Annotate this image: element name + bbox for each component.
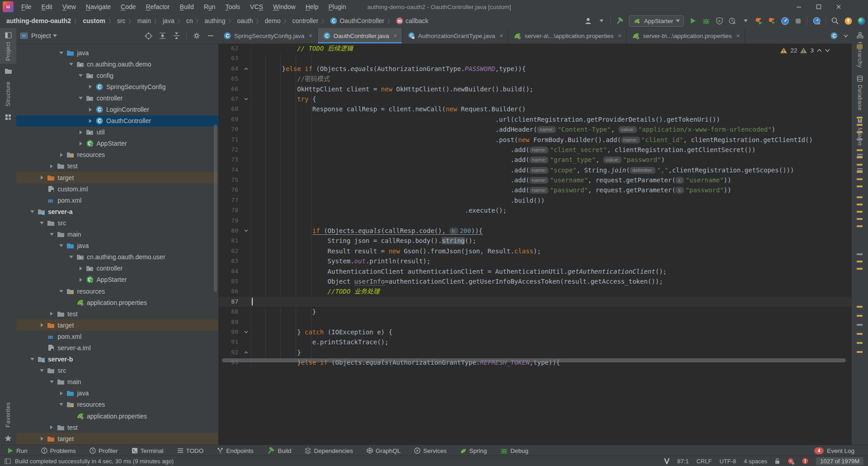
locate-file-icon[interactable] [144, 32, 152, 40]
code-line-62[interactable]: 62 // TODO 后续逻辑 [218, 43, 852, 53]
tree-chevron-icon[interactable] [37, 323, 47, 327]
warning-stripe-mark[interactable] [857, 124, 863, 126]
caret-position[interactable]: 87:1 [677, 458, 689, 465]
breadcrumb-item[interactable]: cn [186, 17, 193, 24]
project-panel-title[interactable]: Project [31, 32, 51, 39]
tree-chevron-icon[interactable] [37, 437, 47, 441]
code-line-78[interactable]: 78 .execute(); [218, 205, 852, 215]
stripe-star[interactable] [0, 431, 16, 445]
breadcrumb-item[interactable]: oauth [237, 17, 253, 24]
tab-close-icon[interactable]: ✕ [308, 33, 312, 39]
fold-marker-icon[interactable] [241, 64, 251, 74]
warning-stripe-mark[interactable] [857, 157, 863, 158]
fold-marker-icon[interactable] [241, 347, 251, 357]
tree-row-custom-iml[interactable]: custom.iml [16, 183, 218, 195]
menu-edit[interactable]: Edit [38, 2, 57, 12]
code-line-82[interactable]: 82 Result result = new Gson().fromJson(j… [218, 246, 852, 256]
code-line-70[interactable]: 70 .addHeader(name:"Content-Type", value… [218, 124, 852, 134]
breadcrumb-item[interactable]: authing [205, 17, 226, 24]
tree-chevron-icon[interactable] [66, 256, 76, 258]
tab-close-icon[interactable]: ✕ [393, 33, 397, 39]
tree-chevron-icon[interactable] [27, 358, 37, 361]
code-line-79[interactable]: 79 [218, 216, 852, 226]
tree-chevron-icon[interactable] [57, 52, 66, 54]
tree-row-cn-authing-oauth-demo[interactable]: cn.authing.oauth.demo [16, 58, 218, 70]
tree-chevron-icon[interactable] [85, 85, 95, 89]
tree-row-java[interactable]: java [16, 388, 218, 399]
status-message[interactable]: Build completed successfully in 4 sec, 3… [15, 458, 174, 465]
toolwindow-button-terminal[interactable]: Terminal [132, 447, 164, 455]
hot-swap-icon[interactable] [768, 17, 776, 25]
tree-row-target[interactable]: target [16, 319, 218, 331]
tree-row-appstarter[interactable]: CAppStarter [16, 138, 218, 149]
fold-marker-icon[interactable] [241, 94, 251, 104]
code-line-83[interactable]: 83 System.out.println(result); [218, 256, 852, 266]
inspections-widget[interactable]: 22 3 [780, 47, 830, 54]
code-line-90[interactable]: 90 } catch (IOException e) { [218, 327, 852, 337]
menu-plugin[interactable]: Plugin [325, 2, 350, 12]
tree-chevron-icon[interactable] [37, 176, 47, 180]
menu-window[interactable]: Window [269, 2, 300, 12]
tree-chevron-icon[interactable] [76, 278, 86, 282]
debug-bug-icon[interactable] [702, 17, 710, 25]
tree-chevron-icon[interactable] [85, 108, 95, 112]
toolwindow-button-endpoints[interactable]: Endpoints [217, 447, 253, 455]
code-editor[interactable]: 62 // TODO 后续逻辑6364 }else if (Objects.eq… [218, 43, 852, 445]
tree-chevron-icon[interactable] [47, 312, 57, 316]
tree-chevron-icon[interactable] [57, 153, 66, 157]
code-line-89[interactable]: 89 [218, 317, 852, 327]
menu-help[interactable]: Help [302, 2, 323, 12]
run-with-coverage-icon[interactable] [715, 17, 723, 25]
code-line-73[interactable]: 73 .add(name:"grant_type", value:"passwo… [218, 155, 852, 165]
hot-reload-icon[interactable] [755, 17, 763, 25]
tree-row-resources[interactable]: resources [16, 399, 218, 410]
stripe-blocks[interactable] [0, 110, 16, 124]
tabs-list-chevron-icon[interactable] [844, 34, 848, 38]
warning-stripe-mark[interactable] [857, 351, 863, 353]
maximize-button[interactable] [816, 4, 822, 10]
hide-panel-icon[interactable] [207, 32, 215, 40]
warning-stripe-mark[interactable] [857, 131, 863, 133]
warning-stripe-mark[interactable] [857, 315, 863, 317]
vcs-icon[interactable] [664, 458, 670, 464]
user-profile-icon[interactable] [584, 17, 592, 25]
collapse-all-icon[interactable] [172, 32, 180, 40]
toolwindow-button-run[interactable]: Run [7, 447, 28, 455]
tree-row-target[interactable]: target [16, 172, 218, 183]
stripe-database[interactable]: Database [852, 71, 868, 114]
tree-chevron-icon[interactable] [76, 142, 86, 146]
warning-stripe-mark[interactable] [857, 164, 863, 166]
warning-stripe-mark[interactable] [857, 268, 863, 270]
tab-close-icon[interactable]: ✕ [618, 33, 622, 39]
stripe-structure[interactable]: Structure [0, 78, 16, 109]
code-line-75[interactable]: 75 .add(name:"username", request.getPara… [218, 175, 852, 185]
toolwindow-button-problems[interactable]: Problems [41, 447, 76, 455]
toolwindow-button-build[interactable]: Build [267, 447, 291, 455]
warning-stripe-mark[interactable] [857, 306, 863, 308]
tree-row-config[interactable]: config [16, 70, 218, 81]
tree-row-java[interactable]: java [16, 47, 218, 58]
tree-row-application-properties[interactable]: application.properties [16, 410, 218, 422]
tree-row-main[interactable]: main [16, 376, 218, 388]
tree-row-pom-xml[interactable]: mpom.xml [16, 195, 218, 206]
editor-tab-oauthcontroller-java[interactable]: COauthController.java✕ [318, 28, 402, 43]
minimize-button[interactable] [796, 4, 802, 10]
menu-build[interactable]: Build [176, 2, 198, 12]
code-line-88[interactable]: 88 } [218, 307, 852, 317]
breadcrumb-item[interactable]: main [137, 17, 151, 24]
tree-row-appstarter[interactable]: CAppStarter [16, 274, 218, 285]
tree-chevron-icon[interactable] [27, 210, 37, 213]
breadcrumb-item[interactable]: COauthController [330, 17, 384, 24]
code-line-87[interactable]: 87 [218, 297, 852, 307]
warning-stripe-mark[interactable] [857, 333, 863, 335]
tree-row-target[interactable]: target [16, 433, 218, 444]
chevron-down-icon[interactable] [741, 17, 750, 25]
menu-vcs[interactable]: VCS [246, 2, 267, 12]
build-hammer-icon[interactable] [616, 17, 624, 25]
toolwindow-button-graphql[interactable]: GraphQL [367, 447, 401, 455]
stop-icon[interactable] [794, 17, 802, 25]
code-line-72[interactable]: 72 .add(name:"client_secret", clientRegi… [218, 145, 852, 155]
breadcrumb-item[interactable]: java [163, 17, 175, 24]
editor-tab-server-b-application-properties[interactable]: server-b\...\application.properties✕ [627, 28, 745, 43]
code-line-77[interactable]: 77 .build()) [218, 195, 852, 205]
